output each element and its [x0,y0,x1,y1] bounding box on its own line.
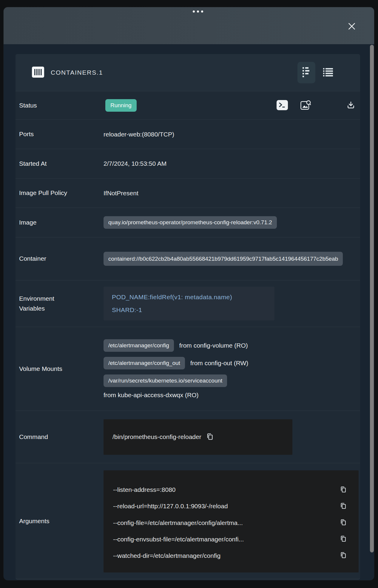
copy-button[interactable] [340,552,347,560]
arguments-panel: --listen-address=:8080 --reload-url=http… [104,470,359,572]
env-var: POD_NAME:fieldRef(v1: metadata.name) [112,294,266,301]
argument-value: --watched-dir=/etc/alertmanager/config [113,552,336,559]
containers-card: CONTAINERS.1 [16,54,360,579]
copy-icon [340,552,347,560]
env-var: SHARD:-1 [112,306,266,314]
started-at-label: Started At [19,159,104,169]
argument-value: --listen-address=:8080 [113,486,336,493]
row-volume-mounts: Volume Mounts /etc/alertmanager/config f… [16,327,360,411]
copy-button[interactable] [340,502,347,510]
ports-label: Ports [19,129,104,139]
close-icon [347,22,357,32]
argument-value: --reload-url=http://127.0.0.1:9093/-/rel… [113,503,336,510]
detailed-list-icon [303,67,310,78]
row-image: Image quay.io/prometheus-operator/promet… [16,208,360,237]
list-view-icon [323,68,333,77]
row-command: Command /bin/prometheus-config-reloader [16,411,360,463]
dot [197,10,199,13]
argument-row: --listen-address=:8080 [113,482,347,498]
modal-title-bar [4,7,374,44]
copy-icon [206,433,214,441]
ports-value: reloader-web:(8080/TCP) [104,131,174,138]
argument-row: --config-file=/etc/alertmanager/config/a… [113,515,347,531]
download-icon [347,101,355,110]
copy-icon [340,535,347,543]
list-item: /var/run/secrets/kubernetes.io/serviceac… [104,374,248,387]
copy-icon [340,502,347,510]
command-panel: /bin/prometheus-config-reloader [104,419,292,455]
copy-button[interactable] [206,433,214,441]
download-button[interactable] [347,101,355,110]
logs-search-button[interactable] [300,100,311,111]
arguments-label: Arguments [19,516,104,526]
scrollbar-thumb[interactable] [370,45,374,552]
card-title: CONTAINERS.1 [51,69,103,76]
env-panel: POD_NAME:fieldRef(v1: metadata.name) SHA… [104,287,274,320]
copy-icon [340,486,347,494]
status-label: Status [19,101,104,110]
container-icon [32,67,44,79]
list-item: /etc/alertmanager/config_out from config… [104,357,248,369]
row-image-pull-policy: Image Pull Policy IfNotPresent [16,178,360,208]
copy-button[interactable] [340,519,347,527]
argument-row: --watched-dir=/etc/alertmanager/config [113,547,347,564]
list-item: /etc/alertmanager/config from config-vol… [104,339,248,352]
image-pill: quay.io/prometheus-operator/prometheus-c… [104,216,277,229]
view-toggle-detailed[interactable] [297,62,315,83]
image-pull-policy-label: Image Pull Policy [19,188,104,198]
mounts-list: /etc/alertmanager/config from config-vol… [104,339,248,399]
command-value: /bin/prometheus-config-reloader [112,433,201,440]
drag-handle-icon[interactable] [193,10,203,13]
argument-row: --reload-url=http://127.0.0.1:9093/-/rel… [113,498,347,515]
image-label: Image [19,218,104,228]
row-environment-variables: Environment Variables POD_NAME:fieldRef(… [16,280,360,327]
modal-body: CONTAINERS.1 [4,44,374,580]
dot [193,10,195,13]
card-header: CONTAINERS.1 [16,54,360,91]
status-content: Running [104,99,360,112]
mount-source: from config-out (RW) [190,360,249,367]
mount-path-pill: /etc/alertmanager/config_out [104,357,185,369]
argument-value: --config-envsubst-file=/etc/alertmanager… [113,536,336,543]
container-actions [277,100,355,111]
row-status: Status Running [16,91,360,119]
copy-icon [340,519,347,527]
row-arguments: Arguments --listen-address=:8080 --reloa… [16,463,360,579]
view-toggle-list[interactable] [319,62,337,83]
mount-path-pill: /var/run/secrets/kubernetes.io/serviceac… [104,374,227,387]
row-started-at: Started At 2/7/2024, 10:53:50 AM [16,149,360,178]
started-at-value: 2/7/2024, 10:53:50 AM [104,160,166,167]
terminal-icon [277,100,288,111]
view-toggle-group [297,62,337,83]
mount-path-pill: /etc/alertmanager/config [104,339,174,352]
terminal-button[interactable] [277,100,288,111]
mount-source: from config-volume (RO) [179,342,248,349]
image-search-icon [300,100,311,111]
container-label: Container [19,254,104,264]
environment-variables-label: Environment Variables [19,294,104,313]
mount-source: from kube-api-access-dxwqx (RO) [104,392,248,399]
volume-mounts-label: Volume Mounts [19,364,104,374]
argument-row: --config-envsubst-file=/etc/alertmanager… [113,531,347,547]
argument-value: --config-file=/etc/alertmanager/config/a… [113,519,336,526]
close-button[interactable] [346,21,357,32]
dot [201,10,203,13]
status-badge: Running [105,99,137,112]
image-pull-policy-value: IfNotPresent [104,190,138,197]
command-label: Command [19,432,104,442]
copy-button[interactable] [340,535,347,543]
container-details-modal: CONTAINERS.1 [4,7,374,580]
row-container: Container containerd://b0c622cb2b4a80ab5… [16,237,360,280]
copy-button[interactable] [340,486,347,494]
container-id-pill: containerd://b0c622cb2b4a80ab55668421b97… [104,252,343,266]
row-ports: Ports reloader-web:(8080/TCP) [16,119,360,149]
